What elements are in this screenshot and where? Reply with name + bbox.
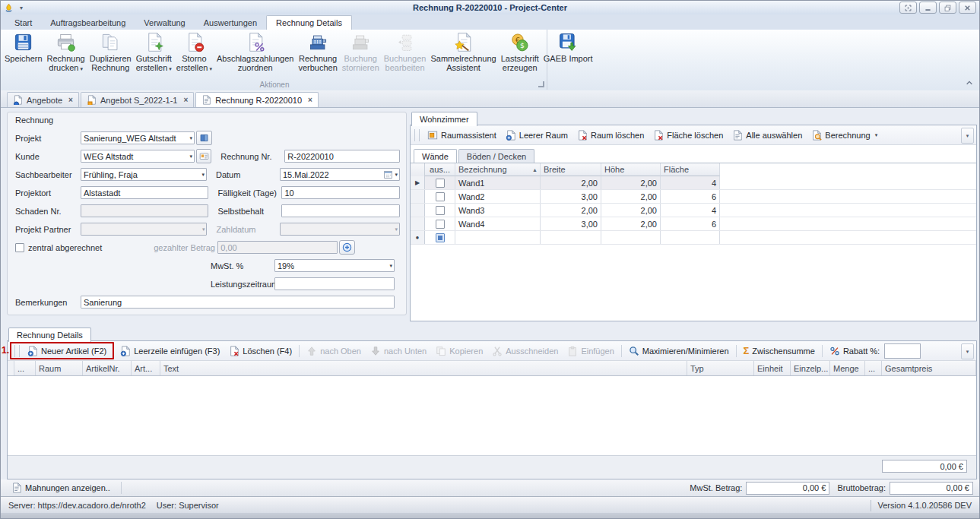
raumassistent-button[interactable]: Raumassistent — [423, 128, 501, 142]
chevron-down-icon[interactable]: ▾ — [395, 172, 398, 178]
rabatt-input[interactable] — [884, 343, 921, 359]
row-checkbox[interactable] — [436, 192, 445, 201]
neuer-artikel-button[interactable]: Neuer Artikel (F2) — [23, 344, 111, 358]
table-row[interactable]: ▶ Wand1 2,00 2,00 4 — [411, 176, 976, 190]
rechnung-nr-input[interactable] — [284, 150, 400, 163]
column-text[interactable]: Text — [160, 361, 687, 375]
mahnungen-anzeigen-button[interactable]: Mahnungen anzeigen.. — [7, 481, 115, 495]
selbstbehalt-input[interactable] — [281, 204, 400, 217]
column-dots[interactable]: ... — [14, 361, 36, 375]
gaeb-import-button[interactable]: GAEB Import — [541, 31, 595, 64]
rechnung-verbuchen-button[interactable]: Rechnungverbuchen — [296, 31, 339, 73]
maximieren-minimieren-button[interactable]: Maximieren/Minimieren — [624, 344, 734, 358]
column-menge[interactable]: Menge — [830, 361, 865, 375]
kunde-input[interactable] — [81, 152, 188, 161]
datum-input[interactable] — [281, 170, 383, 179]
toolbar-grip[interactable] — [414, 129, 420, 141]
tab-waende[interactable]: Wände — [414, 149, 457, 163]
quick-access-caret-icon[interactable]: ▾ — [20, 5, 23, 11]
column-bezeichnung[interactable]: Bezeichnung▲ — [455, 163, 541, 176]
close-button[interactable] — [959, 2, 976, 14]
sachbearbeiter-combobox[interactable]: ▾ — [81, 168, 207, 181]
restore-button[interactable] — [939, 2, 956, 14]
chevron-down-icon[interactable]: ▾ — [189, 135, 192, 141]
flaeche-loeschen-button[interactable]: Fläche löschen — [649, 128, 728, 142]
tab-auftragsbearbeitung[interactable]: Auftragsbearbeitung — [41, 16, 135, 30]
abschlagszahlungen-zuordnen-button[interactable]: Abschlagszahlungenzuordnen — [214, 31, 297, 73]
table-row[interactable]: Wand4 3,00 2,00 6 — [411, 217, 976, 231]
raum-loeschen-button[interactable]: Raum löschen — [572, 128, 649, 142]
column-breite[interactable]: Breite — [541, 163, 601, 176]
tab-rechnung-details-panel[interactable]: Rechnung Details — [8, 328, 91, 342]
chevron-down-icon[interactable]: ▾ — [201, 172, 205, 178]
mwst-combobox[interactable]: ▾ — [274, 259, 395, 272]
sammelrechnung-assistent-button[interactable]: SammelrechnungAssistent — [428, 31, 498, 73]
tab-start[interactable]: Start — [5, 16, 41, 30]
mwst-input[interactable] — [275, 261, 388, 271]
projekt-lookup-button[interactable] — [196, 131, 212, 145]
datum-datepicker[interactable]: ▾ — [280, 168, 400, 181]
new-row-checkbox[interactable] — [436, 233, 445, 242]
toolbar-overflow-button[interactable]: ▾ — [961, 128, 974, 144]
chevron-down-icon[interactable]: ▾ — [875, 132, 878, 138]
column-art[interactable]: Art... — [132, 361, 160, 375]
column-flaeche[interactable]: Fläche — [661, 163, 720, 176]
leerer-raum-button[interactable]: Leerer Raum — [501, 128, 572, 142]
kunde-combobox[interactable]: ▾ — [81, 150, 195, 163]
tab-wohnzimmer[interactable]: Wohnzimmer — [411, 112, 477, 126]
doctab-angebot-s-2022-1-1[interactable]: Angebot S_2022-1-1 × — [81, 92, 194, 107]
close-tab-icon[interactable]: × — [308, 96, 312, 104]
rechnung-drucken-button[interactable]: Rechnungdrucken▾ — [45, 31, 87, 74]
chevron-down-icon[interactable]: ▾ — [189, 153, 192, 160]
minimize-button[interactable] — [919, 2, 937, 14]
aktionen-dialog-launcher-icon[interactable] — [538, 81, 544, 87]
tab-auswertungen[interactable]: Auswertungen — [195, 16, 266, 30]
row-checkbox[interactable] — [436, 179, 445, 188]
table-row[interactable]: Wand2 3,00 2,00 6 — [411, 190, 976, 204]
lastschrift-erzeugen-button[interactable]: Lastschrifterzeugen — [499, 31, 541, 73]
app-icon[interactable] — [4, 3, 14, 13]
column-hoehe[interactable]: Höhe — [601, 163, 661, 176]
fullscreen-button[interactable] — [899, 2, 917, 14]
faelligkeit-input[interactable] — [281, 186, 400, 199]
add-payment-button[interactable] — [339, 240, 355, 255]
calendar-icon[interactable] — [383, 169, 393, 179]
column-raum[interactable]: Raum — [36, 361, 83, 375]
close-tab-icon[interactable]: × — [68, 96, 73, 104]
bemerkungen-input[interactable] — [81, 296, 395, 309]
chevron-down-icon[interactable]: ▾ — [389, 263, 392, 269]
column-dots2[interactable]: ... — [865, 361, 882, 375]
storno-erstellen-button[interactable]: Stornoerstellen▾ — [174, 31, 214, 74]
details-grid-body[interactable] — [8, 376, 976, 455]
collapse-ribbon-button[interactable] — [964, 78, 975, 87]
column-einzelpreis[interactable]: Einzelp... — [791, 361, 830, 375]
sachbearbeiter-input[interactable] — [81, 170, 200, 179]
speichern-button[interactable]: Speichern — [2, 31, 45, 64]
gutschrift-erstellen-button[interactable]: Gutschrifterstellen▾ — [134, 31, 174, 74]
close-tab-icon[interactable]: × — [183, 96, 188, 104]
loeschen-button[interactable]: Löschen (F4) — [224, 344, 297, 358]
column-artikelnr[interactable]: ArtikelNr. — [83, 361, 132, 375]
berechnung-button[interactable]: Berechnung ▾ — [807, 128, 882, 142]
row-checkbox[interactable] — [436, 220, 445, 229]
kunde-lookup-button[interactable] — [196, 149, 211, 163]
toolbar-grip[interactable] — [14, 345, 20, 357]
leistungszeitraum-input[interactable] — [274, 277, 395, 290]
tab-rechnung-details[interactable]: Rechnung Details — [266, 15, 352, 30]
column-gesamtpreis[interactable]: Gesamtpreis — [882, 361, 976, 375]
tab-verwaltung[interactable]: Verwaltung — [135, 16, 194, 30]
column-typ[interactable]: Typ — [687, 361, 754, 375]
projekt-combobox[interactable]: ▾ — [81, 131, 195, 144]
zentral-abgerechnet-checkbox[interactable] — [15, 243, 24, 252]
column-aus[interactable]: aus... — [425, 163, 455, 176]
zwischensumme-button[interactable]: Σ Zwischensumme — [739, 344, 820, 357]
doctab-angebote[interactable]: Angebote × — [7, 92, 79, 107]
row-checkbox[interactable] — [436, 206, 445, 215]
tab-boeden-decken[interactable]: Böden / Decken — [458, 149, 534, 163]
duplizieren-rechnung-button[interactable]: DuplizierenRechnung — [87, 31, 134, 73]
alle-auswaehlen-button[interactable]: Alle auswählen — [728, 128, 807, 142]
toolbar-overflow-button[interactable]: ▾ — [961, 343, 974, 359]
table-row[interactable]: Wand3 2,00 2,00 4 — [411, 204, 976, 217]
column-einheit[interactable]: Einheit — [754, 361, 791, 375]
projektort-input[interactable] — [81, 186, 208, 199]
